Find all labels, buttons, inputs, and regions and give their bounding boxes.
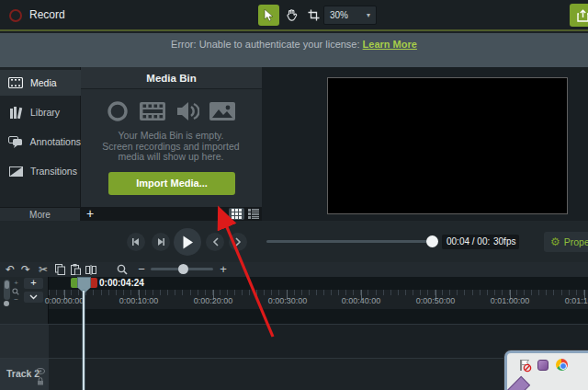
sidebar-more-button[interactable]: More	[0, 207, 81, 221]
camtasia-window: Record 30% ▾ Error: Unable to authentica…	[0, 0, 588, 390]
ruler-label: 0:00:20:00	[176, 296, 250, 305]
hand-icon	[286, 9, 298, 21]
chevron-down-icon: ▾	[367, 11, 370, 19]
media-icon	[7, 77, 24, 88]
list-view-icon	[248, 209, 259, 219]
next-frame-icon	[156, 238, 165, 246]
seek-slider[interactable]	[266, 240, 434, 243]
chrome-icon	[556, 359, 568, 371]
share-icon	[577, 9, 588, 22]
gear-icon: ⚙	[550, 235, 560, 248]
sidebar-item-annotations[interactable]: Annotations	[0, 129, 81, 155]
preview-canvas[interactable]	[327, 77, 568, 214]
previous-frame-icon	[131, 238, 141, 246]
recording-icon	[106, 99, 130, 123]
sidebar-item-label: Annotations	[30, 136, 81, 147]
ruler-label: 0:00:50:00	[399, 296, 472, 305]
track-1-header[interactable]	[0, 325, 49, 358]
undo-button[interactable]: ↶	[4, 263, 17, 276]
timeline-zoom-out-button[interactable]: −	[137, 263, 146, 275]
crop-icon	[308, 9, 320, 21]
crop-tool-button[interactable]	[303, 5, 324, 26]
purple-app-icon	[537, 360, 548, 371]
canvas-zoom-value: 30%	[330, 10, 348, 20]
properties-button[interactable]: ⚙ Properties	[544, 232, 588, 252]
jump-back-button[interactable]	[206, 233, 224, 251]
playhead-line[interactable]	[83, 291, 85, 390]
mini-magnifier-icon	[12, 288, 20, 295]
sidebar-item-label: Transitions	[30, 166, 77, 177]
playhead-time: 0:00:04:24	[99, 278, 144, 288]
sidebar-item-transitions[interactable]: Transitions	[0, 158, 81, 184]
seek-slider-handle[interactable]	[426, 235, 438, 247]
play-button[interactable]	[174, 228, 201, 256]
mini-zoom-in-icon[interactable]: +	[12, 280, 20, 287]
ruler-label: 0:01:00:00	[473, 296, 547, 305]
record-button[interactable]: Record	[29, 8, 65, 21]
add-track-button[interactable]: +	[24, 278, 43, 289]
next-frame-button[interactable]	[152, 233, 170, 251]
record-icon	[9, 9, 22, 22]
mini-zoom-out-icon[interactable]: −	[12, 296, 20, 304]
license-error-message: Error: Unable to authenticate your licen…	[171, 39, 359, 50]
image-icon	[209, 99, 236, 123]
license-error-banner: Error: Unable to authenticate your licen…	[0, 33, 588, 67]
track-2-label: Track 2	[6, 368, 40, 379]
sidebar-item-label: Library	[30, 107, 60, 118]
timeline-zoom-in-button[interactable]: +	[219, 263, 228, 275]
empty-message-line: Your Media Bin is empty.	[85, 131, 257, 142]
previous-frame-button[interactable]	[127, 233, 145, 251]
fps-display: 30fps	[490, 235, 519, 249]
transitions-icon	[7, 166, 24, 177]
magnifier-icon	[117, 264, 128, 275]
properties-label: Properties	[564, 236, 588, 247]
copy-icon	[55, 264, 65, 275]
list-view-button[interactable]	[246, 208, 261, 220]
audio-icon	[175, 99, 199, 123]
track-height-slider-dot	[4, 301, 9, 306]
track-visibility-toggle[interactable]	[36, 368, 45, 374]
ruler-label: 0:00:30:00	[251, 296, 324, 305]
split-button[interactable]	[85, 263, 97, 276]
cursor-tool-button[interactable]	[258, 5, 279, 26]
play-icon	[182, 235, 194, 249]
track-height-slider-fill	[5, 281, 9, 289]
track-lock-toggle[interactable]	[37, 377, 44, 385]
timeline-zoom-slider-handle[interactable]	[178, 264, 188, 274]
redo-button[interactable]: ↷	[19, 263, 32, 276]
media-type-icons	[88, 99, 254, 123]
pan-tool-button[interactable]	[281, 5, 302, 26]
learn-more-link[interactable]: Learn More	[363, 39, 417, 50]
chevron-left-icon	[212, 237, 219, 247]
sidebar-item-library[interactable]: Library	[0, 99, 81, 125]
media-bin-title: Media Bin	[81, 67, 262, 89]
jump-forward-button[interactable]	[229, 233, 247, 251]
timeline-zoom-icon	[116, 263, 129, 276]
annotations-icon	[7, 136, 24, 148]
paste-button[interactable]	[69, 263, 82, 276]
flag-blocked-icon	[518, 359, 532, 373]
cursor-icon	[264, 9, 275, 22]
grid-view-icon	[232, 209, 242, 219]
ruler-label: 0:00:10:00	[102, 296, 175, 305]
ruler-label: 0:00:40:00	[324, 296, 398, 305]
copy-button[interactable]	[53, 263, 66, 276]
sidebar-item-media[interactable]: Media	[0, 70, 81, 96]
grid-view-button[interactable]	[229, 208, 244, 220]
empty-message-line: media will show up here.	[85, 152, 257, 163]
eye-icon	[36, 368, 45, 374]
canvas-zoom-dropdown[interactable]: 30% ▾	[323, 6, 377, 25]
import-media-button[interactable]: Import Media...	[108, 172, 235, 195]
paste-icon	[71, 264, 81, 275]
selection-out-handle[interactable]	[91, 278, 97, 288]
media-bin-empty-message: Your Media Bin is empty. Screen recordin…	[85, 131, 257, 163]
share-button[interactable]	[570, 4, 588, 27]
sidebar-item-label: Media	[30, 77, 57, 88]
cut-button[interactable]: ✂	[37, 263, 50, 276]
add-bin-tab-button[interactable]: +	[83, 206, 97, 221]
library-icon	[7, 107, 24, 119]
split-icon	[85, 265, 96, 275]
selection-in-handle[interactable]	[71, 278, 78, 288]
video-icon	[139, 99, 166, 123]
ruler-label: 0:00:00:00	[28, 296, 101, 305]
